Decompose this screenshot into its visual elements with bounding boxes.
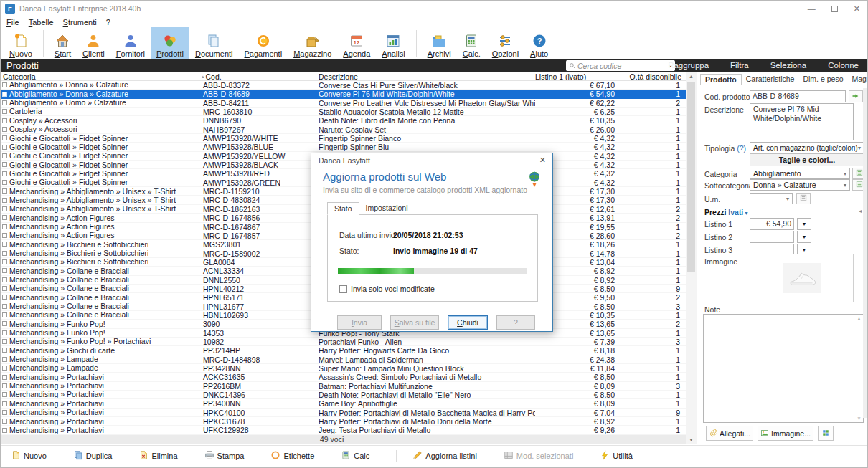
cod-lookup-button[interactable] xyxy=(849,90,863,102)
tipologia-select[interactable]: Art. con magazzino (taglie/colori)▾ xyxy=(750,142,864,154)
listino1-dropdown-button[interactable]: ▼ xyxy=(797,218,811,230)
row-checkbox[interactable] xyxy=(2,357,7,362)
table-row[interactable]: Merchandising » LampadeMRC-D-1484898Marv… xyxy=(1,355,686,364)
menu-item-file[interactable]: File xyxy=(6,18,19,27)
note-field[interactable]: ▲ ▼ xyxy=(703,314,864,423)
scrollbar-thumb[interactable] xyxy=(687,82,695,272)
product-image-box[interactable] xyxy=(750,254,854,302)
prezzi-mode-link[interactable]: Ivati xyxy=(728,208,743,216)
row-checkbox[interactable] xyxy=(2,428,7,433)
scroll-down-icon[interactable]: ▼ xyxy=(857,416,862,421)
row-checkbox[interactable] xyxy=(2,188,7,194)
toolbar-button-archivi[interactable]: Archivi xyxy=(422,27,457,59)
toolbar-button-pagamenti[interactable]: Pagamenti xyxy=(239,27,288,59)
table-scrollbar[interactable]: ▲ ▼ xyxy=(686,72,697,444)
scroll-up-icon[interactable]: ▲ xyxy=(686,72,697,81)
row-checkbox[interactable] xyxy=(2,118,7,123)
row-checkbox[interactable] xyxy=(2,268,7,273)
row-checkbox[interactable] xyxy=(2,224,7,229)
listino2-dropdown-button[interactable]: ▼ xyxy=(797,231,811,243)
close-icon[interactable]: ✕ xyxy=(854,5,860,12)
cod-prodotto-field[interactable]: ABB-D-84689 xyxy=(750,90,846,102)
dialog-tab-stato[interactable]: Stato xyxy=(327,202,359,215)
row-checkbox[interactable] xyxy=(2,251,7,256)
toolbar-button-prodotti[interactable]: Prodotti xyxy=(151,27,189,59)
row-checkbox[interactable] xyxy=(2,383,7,388)
scroll-up-icon[interactable]: ▲ xyxy=(857,316,862,321)
categoria-select[interactable]: Abbigliamento▾ xyxy=(750,168,850,179)
row-checkbox[interactable] xyxy=(2,304,7,309)
um-select[interactable]: ▾ xyxy=(750,193,793,204)
row-checkbox[interactable] xyxy=(2,286,7,291)
table-row[interactable]: Merchandising » LampadePP3428NNSuper Mar… xyxy=(1,364,686,373)
chiudi-button[interactable]: Chiudi xyxy=(448,315,488,330)
sottocategoria-select[interactable]: Donna » Calzature▾ xyxy=(750,179,850,191)
column-header-categoria[interactable]: Categoria xyxy=(1,72,202,80)
footer-button-calc[interactable]: Calc xyxy=(341,450,369,462)
toolbar-button-nuovo[interactable]: Nuovo xyxy=(4,27,38,59)
listino2-field[interactable] xyxy=(750,231,794,243)
toolbar-button-fornitori[interactable]: Fornitori xyxy=(110,27,151,59)
header-action-seleziona[interactable]: Seleziona xyxy=(770,61,807,70)
header-action-colonne[interactable]: Colonne xyxy=(828,61,859,70)
listino1-field[interactable]: € 54,90 xyxy=(750,218,794,230)
collapse-section-icon[interactable]: ◂ xyxy=(859,208,862,214)
table-row[interactable]: Merchandising » PortachiaviHPKC40100Harr… xyxy=(1,409,686,417)
item-button[interactable]: ? xyxy=(496,315,535,330)
scroll-down-icon[interactable]: ▼ xyxy=(686,436,697,444)
menu-item-tabelle[interactable]: Tabelle xyxy=(29,18,54,27)
row-checkbox[interactable] xyxy=(2,295,7,300)
table-row[interactable]: Abbigliamento » Donna » CalzatureABB-D-8… xyxy=(1,90,686,98)
row-checkbox[interactable] xyxy=(2,401,7,406)
row-checkbox[interactable] xyxy=(2,348,7,353)
taglie-colori-button[interactable]: Taglie e colori... xyxy=(750,153,864,166)
row-checkbox[interactable] xyxy=(2,375,7,380)
maximize-icon[interactable] xyxy=(831,6,838,12)
row-checkbox[interactable] xyxy=(2,410,7,415)
allegati-button[interactable]: Allegati... xyxy=(706,426,753,441)
row-checkbox[interactable] xyxy=(2,109,7,114)
header-action-filtra[interactable]: Filtra xyxy=(730,61,749,70)
table-row[interactable]: Giochi e Giocattoli » Fidget SpinnerAMWP… xyxy=(1,134,686,143)
footer-button-etichette[interactable]: Etichette xyxy=(270,450,314,462)
table-row[interactable]: Merchandising » PortachiaviPP3400NNGame … xyxy=(1,399,686,408)
footer-button-duplica[interactable]: Duplica xyxy=(73,450,113,462)
row-checkbox[interactable] xyxy=(2,127,7,132)
salva-su-file-button[interactable]: Salva su file xyxy=(390,315,439,330)
row-checkbox[interactable] xyxy=(2,242,7,247)
table-row[interactable]: Giochi e Giocattoli » Fidget SpinnerAMWP… xyxy=(1,143,686,151)
descrizione-field[interactable]: Converse Pl 76 Mid White/Dolphin/White xyxy=(750,103,854,140)
row-checkbox[interactable] xyxy=(2,198,7,203)
row-checkbox[interactable] xyxy=(2,162,7,167)
table-row[interactable]: Cosplay » AccessoriNAHB97267Naruto: Cosp… xyxy=(1,125,686,134)
header-action-raggruppa[interactable]: Raggruppa xyxy=(668,61,709,70)
row-checkbox[interactable] xyxy=(2,100,7,105)
panel-tab-magazzino[interactable]: Magazzino xyxy=(847,74,868,85)
toolbar-button-opzioni[interactable]: Opzioni xyxy=(486,27,524,59)
extra-options-button[interactable] xyxy=(818,426,834,441)
footer-button-nuovo[interactable]: Nuovo xyxy=(11,450,47,462)
row-checkbox[interactable] xyxy=(2,277,7,282)
row-checkbox[interactable] xyxy=(2,330,7,335)
toolbar-button-aiuto[interactable]: ?Aiuto xyxy=(524,27,554,59)
toolbar-button-documenti[interactable]: Documenti xyxy=(189,27,239,59)
toolbar-button-calc[interactable]: Calc. xyxy=(457,27,486,59)
table-row[interactable]: Merchandising » PortachiaviHPKC31678Harr… xyxy=(1,417,686,426)
table-row[interactable]: Merchandising » PortachiaviUFKC129928Jee… xyxy=(1,426,686,434)
panel-tab-prodotto[interactable]: Prodotto xyxy=(700,74,742,85)
table-row[interactable]: CartoleriaMRC-1603810Stabilo Aquacolor S… xyxy=(1,108,686,116)
invia-button[interactable]: Invia xyxy=(337,315,382,330)
table-row[interactable]: Merchandising » PortachiaviACKC31635Assa… xyxy=(1,373,686,381)
row-checkbox[interactable] xyxy=(2,92,7,97)
row-checkbox[interactable] xyxy=(2,145,7,150)
footer-button-aggiorna-listini[interactable]: Aggiorna listini xyxy=(412,450,477,462)
row-checkbox[interactable] xyxy=(2,180,7,185)
row-checkbox[interactable] xyxy=(2,321,7,326)
footer-button-elimina[interactable]: Elimina xyxy=(138,450,177,462)
toolbar-button-clienti[interactable]: Clienti xyxy=(77,27,110,59)
row-checkbox[interactable] xyxy=(2,392,7,397)
toolbar-button-start[interactable]: Start xyxy=(49,27,77,59)
row-checkbox[interactable] xyxy=(2,206,7,211)
row-checkbox[interactable] xyxy=(2,233,7,238)
table-row[interactable]: Abbigliamento » Uomo » CalzatureABB-D-84… xyxy=(1,99,686,108)
